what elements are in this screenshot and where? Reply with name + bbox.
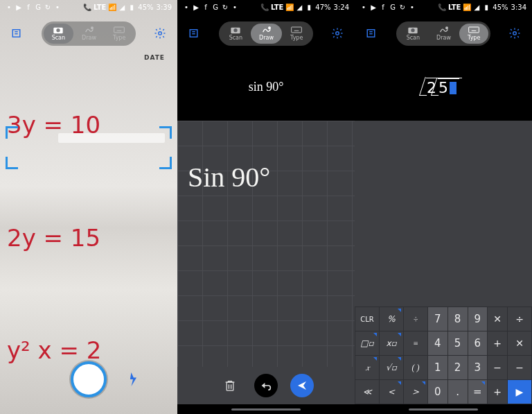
mode-scan[interactable]: Scan bbox=[44, 24, 73, 44]
key-gt[interactable]: > bbox=[404, 380, 427, 404]
mode-scan[interactable]: Scan bbox=[221, 24, 251, 44]
key-plus[interactable]: + bbox=[488, 380, 507, 404]
settings-button[interactable] bbox=[150, 23, 170, 44]
key-0[interactable]: 0 bbox=[428, 380, 447, 404]
key-plus-sm[interactable]: + bbox=[488, 331, 507, 355]
youtube-icon: ▶ bbox=[370, 3, 377, 10]
shutter-button[interactable] bbox=[71, 361, 107, 397]
header: Scan Draw Type bbox=[355, 14, 532, 53]
keyboard-icon bbox=[291, 26, 302, 34]
more-icon: • bbox=[360, 3, 367, 10]
clock: 3:39 bbox=[157, 3, 172, 11]
phone-icon: 📞 bbox=[84, 3, 91, 10]
screen-type: • ▶ f G ↻ • 📞 LTE 📶 ◢ ▮ 45% 3:34 Scan bbox=[355, 0, 532, 414]
key-minus[interactable]: − bbox=[508, 356, 531, 379]
key-eq[interactable]: = bbox=[468, 380, 488, 404]
google-icon: G bbox=[389, 3, 396, 10]
mode-type[interactable]: Type bbox=[105, 24, 134, 44]
mode-type[interactable]: Type bbox=[282, 24, 311, 44]
key-clr[interactable]: CLR bbox=[355, 307, 379, 331]
formula-display: 25 bbox=[355, 53, 532, 121]
phone-icon: 📞 bbox=[438, 3, 445, 10]
delete-button[interactable] bbox=[218, 374, 242, 397]
key-div-small[interactable]: ÷ bbox=[404, 307, 427, 331]
key-sqrt[interactable]: √▫ bbox=[380, 356, 403, 379]
svg-point-28 bbox=[411, 28, 415, 32]
battery-pct: 45% bbox=[493, 3, 508, 11]
key-1[interactable]: 1 bbox=[428, 356, 447, 379]
key-frac[interactable]: □▫ bbox=[355, 331, 379, 355]
undo-button[interactable] bbox=[254, 374, 278, 397]
facebook-icon: f bbox=[380, 3, 387, 10]
draw-icon bbox=[261, 26, 272, 34]
key-power[interactable]: x▫ bbox=[380, 331, 403, 355]
sync-icon: ↻ bbox=[399, 3, 406, 10]
more2-icon: • bbox=[409, 3, 416, 10]
mode-scan[interactable]: Scan bbox=[398, 24, 428, 44]
mode-draw[interactable]: Draw bbox=[428, 24, 459, 44]
crop-rectangle[interactable] bbox=[6, 126, 172, 169]
camera-icon bbox=[230, 26, 241, 34]
mode-draw[interactable]: Draw bbox=[73, 24, 105, 44]
key-divide[interactable]: ÷ bbox=[508, 307, 531, 331]
more2-icon: • bbox=[231, 3, 238, 10]
key-6[interactable]: 6 bbox=[468, 331, 488, 355]
key-8[interactable]: 8 bbox=[448, 307, 468, 331]
key-2[interactable]: 2 bbox=[448, 356, 468, 379]
mode-draw-label: Draw bbox=[436, 35, 451, 41]
history-button[interactable] bbox=[184, 23, 205, 44]
key-backspace[interactable]: ✕ bbox=[488, 307, 507, 331]
history-button[interactable] bbox=[7, 23, 28, 44]
settings-button[interactable] bbox=[504, 23, 525, 44]
typed-inner: 5 bbox=[438, 79, 448, 96]
draw-canvas[interactable]: Sin 90° bbox=[177, 121, 355, 367]
key-mixed[interactable]: ≡ bbox=[404, 331, 427, 355]
sync-icon: ↻ bbox=[44, 3, 51, 10]
key-9[interactable]: 9 bbox=[468, 307, 488, 331]
empty-canvas[interactable] bbox=[355, 121, 532, 307]
more-icon: • bbox=[6, 3, 12, 10]
flash-button[interactable] bbox=[127, 372, 139, 386]
mode-scan-label: Scan bbox=[229, 35, 242, 41]
key-lt[interactable]: < bbox=[380, 380, 403, 404]
screen-scan: • ▶ f G ↻ • 📞 LTE 📶 ◢ ▮ 45% 3:39 Scan bbox=[0, 0, 177, 414]
youtube-icon: ▶ bbox=[193, 3, 200, 10]
key-7[interactable]: 7 bbox=[428, 307, 447, 331]
lte-icon: LTE bbox=[448, 3, 461, 11]
svg-point-17 bbox=[268, 27, 270, 29]
mode-scan-label: Scan bbox=[52, 35, 65, 41]
key-more[interactable]: ≪ bbox=[355, 380, 379, 404]
battery-icon: ▮ bbox=[128, 3, 135, 10]
mode-draw[interactable]: Draw bbox=[251, 24, 282, 44]
settings-button[interactable] bbox=[327, 23, 348, 44]
formula-display: sin 90° bbox=[177, 53, 355, 121]
header: Scan Draw Type bbox=[0, 14, 177, 53]
math-keypad: CLR % ÷ 7 8 9 ✕ ÷ □▫ x▫ ≡ 4 5 6 + ✕ 𝑥 √▫… bbox=[355, 307, 532, 404]
key-3[interactable]: 3 bbox=[468, 356, 488, 379]
key-send[interactable]: ▶ bbox=[508, 380, 531, 404]
lte-icon: LTE bbox=[271, 3, 283, 11]
key-4[interactable]: 4 bbox=[428, 331, 447, 355]
keyboard-icon bbox=[468, 26, 479, 34]
send-button[interactable] bbox=[290, 374, 314, 397]
key-paren[interactable]: ( ) bbox=[404, 356, 427, 379]
history-button[interactable] bbox=[362, 23, 382, 44]
status-bar: • ▶ f G ↻ • 📞 LTE 📶 ◢ ▮ 45% 3:34 bbox=[355, 0, 532, 14]
sqrt-outer: 25 bbox=[426, 78, 462, 96]
clock: 3:34 bbox=[511, 3, 526, 11]
key-minus-sm[interactable]: − bbox=[488, 356, 507, 379]
key-dot[interactable]: . bbox=[448, 380, 468, 404]
key-x[interactable]: 𝑥 bbox=[355, 356, 379, 379]
camera-icon bbox=[53, 26, 64, 34]
key-5[interactable]: 5 bbox=[448, 331, 468, 355]
more2-icon: • bbox=[54, 3, 61, 10]
nav-bar bbox=[355, 404, 532, 414]
key-percent[interactable]: % bbox=[380, 307, 403, 331]
header: Scan Draw Type bbox=[177, 14, 355, 53]
more-icon: • bbox=[183, 3, 190, 10]
key-multiply[interactable]: ✕ bbox=[508, 331, 531, 355]
signal-icon: ◢ bbox=[296, 3, 303, 10]
battery-icon: ▮ bbox=[305, 3, 312, 10]
draw-icon bbox=[438, 26, 450, 34]
mode-type[interactable]: Type bbox=[459, 24, 488, 44]
